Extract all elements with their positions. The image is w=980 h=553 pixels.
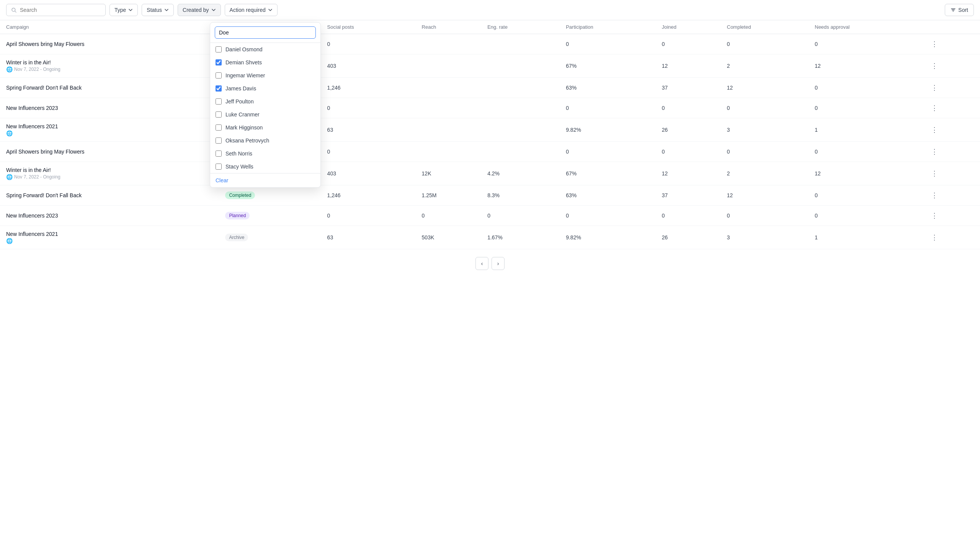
status-badge: Planned: [225, 212, 250, 219]
campaign-name: April Showers bring May Flowers: [6, 41, 213, 47]
row-actions-button[interactable]: ⋮: [929, 232, 940, 242]
joined-cell: 26: [656, 226, 721, 249]
status-filter-label: Status: [147, 7, 162, 13]
campaign-name: New Influencers 2021: [6, 231, 213, 237]
reach-cell: [416, 98, 482, 118]
dropdown-checkbox[interactable]: [216, 46, 222, 52]
clear-button[interactable]: Clear: [216, 177, 228, 183]
table-row: Spring Forward! Don't Fall BackCompleted…: [0, 185, 980, 206]
dropdown-checkbox[interactable]: [216, 137, 222, 144]
row-actions-button[interactable]: ⋮: [929, 39, 940, 49]
sort-label: Sort: [958, 7, 968, 13]
column-header: Participation: [560, 20, 655, 34]
row-actions-button[interactable]: ⋮: [929, 190, 940, 200]
eng-rate-cell: 4.2%: [481, 162, 560, 185]
participation-cell: 67%: [560, 162, 655, 185]
dropdown-search-area: [210, 23, 320, 43]
campaign-name: Winter is in the Air!: [6, 167, 213, 173]
needs-approval-cell: 0: [808, 185, 923, 206]
participation-cell: 67%: [560, 54, 655, 78]
globe-icon: 🌐: [6, 174, 13, 180]
dropdown-checkbox[interactable]: [216, 151, 222, 157]
row-actions-button[interactable]: ⋮: [929, 147, 940, 157]
dropdown-checkbox[interactable]: [216, 98, 222, 105]
eng-rate-cell: [481, 78, 560, 98]
eng-rate-cell: 8.3%: [481, 185, 560, 206]
table-row: New Influencers 2021🌐Archive63503K1.67%9…: [0, 226, 980, 249]
participation-cell: 9.82%: [560, 226, 655, 249]
campaign-name: New Influencers 2023: [6, 105, 213, 111]
status-filter-button[interactable]: Status: [142, 4, 174, 16]
campaign-name: Spring Forward! Don't Fall Back: [6, 85, 213, 91]
action-required-filter-button[interactable]: Action required: [225, 4, 278, 16]
row-actions-button[interactable]: ⋮: [929, 83, 940, 93]
created-by-filter-button[interactable]: Created by: [178, 4, 220, 16]
dropdown-item[interactable]: Daniel Osmond: [210, 43, 320, 56]
row-actions-button[interactable]: ⋮: [929, 125, 940, 135]
dropdown-search-input[interactable]: [215, 26, 316, 39]
dropdown-item[interactable]: Stacy Wells: [210, 160, 320, 173]
globe-icon: 🌐: [6, 130, 13, 136]
dropdown-item[interactable]: Ingemar Wiemer: [210, 69, 320, 82]
dropdown-item[interactable]: Luke Cranmer: [210, 108, 320, 121]
sort-button[interactable]: Sort: [945, 4, 974, 16]
completed-cell: 0: [721, 142, 809, 162]
svg-point-0: [12, 8, 15, 11]
dropdown-item-label: Jeff Poulton: [225, 98, 254, 105]
dropdown-checkbox[interactable]: [216, 85, 222, 92]
dropdown-item[interactable]: Oksana Petrovych: [210, 134, 320, 147]
dropdown-item-label: Ingemar Wiemer: [225, 72, 265, 79]
search-box[interactable]: [6, 4, 106, 16]
next-page-button[interactable]: ›: [492, 257, 505, 270]
dropdown-item-label: Mark Higginson: [225, 124, 263, 131]
completed-cell: 12: [721, 185, 809, 206]
chevron-down-icon: [164, 8, 169, 12]
joined-cell: 0: [656, 34, 721, 54]
eng-rate-cell: 0: [481, 206, 560, 226]
search-icon: [11, 7, 17, 13]
campaign-subtitle: Nov 7, 2022 - Ongoing: [14, 174, 60, 180]
prev-page-button[interactable]: ‹: [475, 257, 488, 270]
social-posts-cell: 0: [321, 98, 416, 118]
joined-cell: 0: [656, 206, 721, 226]
table-row: New Influencers 2023Planned0000000⋮: [0, 206, 980, 226]
dropdown-checkbox[interactable]: [216, 124, 222, 131]
type-filter-button[interactable]: Type: [109, 4, 138, 16]
pagination: ‹ ›: [0, 249, 980, 278]
row-actions-button[interactable]: ⋮: [929, 211, 940, 221]
dropdown-item[interactable]: Seth Norris: [210, 147, 320, 160]
eng-rate-cell: [481, 34, 560, 54]
table-row: Spring Forward! Don't Fall BackCompleted…: [0, 78, 980, 98]
eng-rate-cell: [481, 142, 560, 162]
dropdown-checkbox[interactable]: [216, 111, 222, 118]
dropdown-checkbox[interactable]: [216, 59, 222, 65]
dropdown-checkbox[interactable]: [216, 164, 222, 170]
dropdown-item[interactable]: Mark Higginson: [210, 121, 320, 134]
reach-cell: 503K: [416, 226, 482, 249]
row-actions-button[interactable]: ⋮: [929, 103, 940, 113]
reach-cell: 12K: [416, 162, 482, 185]
reach-cell: 0: [416, 206, 482, 226]
eng-rate-cell: [481, 54, 560, 78]
dropdown-item[interactable]: Demian Shvets: [210, 56, 320, 69]
column-header-actions: [923, 20, 980, 34]
search-input[interactable]: [20, 7, 101, 13]
globe-icon: 🌐: [6, 238, 13, 244]
dropdown-item[interactable]: James Davis: [210, 82, 320, 95]
eng-rate-cell: [481, 118, 560, 142]
participation-cell: 63%: [560, 78, 655, 98]
dropdown-item-label: Luke Cranmer: [225, 111, 260, 118]
row-actions-button[interactable]: ⋮: [929, 61, 940, 71]
row-actions-button[interactable]: ⋮: [929, 169, 940, 178]
social-posts-cell: 403: [321, 54, 416, 78]
social-posts-cell: 0: [321, 142, 416, 162]
column-header: Joined: [656, 20, 721, 34]
completed-cell: 0: [721, 206, 809, 226]
dropdown-item-label: Demian Shvets: [225, 59, 262, 65]
dropdown-item[interactable]: Jeff Poulton: [210, 95, 320, 108]
table-row: April Showers bring May FlowersDraft0000…: [0, 142, 980, 162]
completed-cell: 3: [721, 226, 809, 249]
column-header: Eng. rate: [481, 20, 560, 34]
dropdown-list: Daniel OsmondDemian ShvetsIngemar Wiemer…: [210, 43, 320, 173]
dropdown-checkbox[interactable]: [216, 72, 222, 79]
